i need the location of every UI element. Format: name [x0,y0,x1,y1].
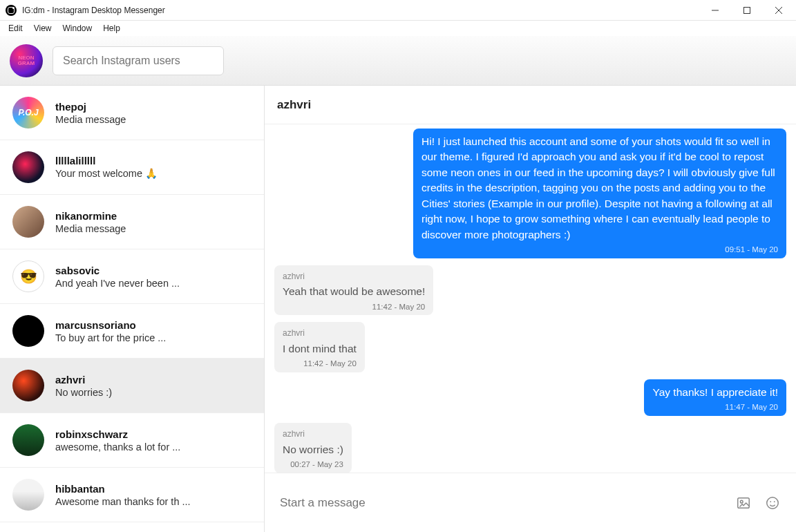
menu-view[interactable]: View [28,22,57,35]
message-text: Hi! I just launched this account and som… [421,134,778,243]
attach-image-button[interactable] [735,495,752,511]
message-text: Yeah that would be awesome! [283,284,425,299]
message-timestamp: 11:47 - May 20 [652,401,778,413]
message-bubble[interactable]: azhvriNo worries :)00:27 - May 23 [274,423,352,473]
image-icon [736,495,751,511]
conversation-name: lllllalilllll [55,155,158,167]
conversation-preview: Media message [55,223,126,234]
conversation-preview: Your most welcome 🙏 [55,168,158,180]
emoji-button[interactable] [764,495,781,511]
conversation-item[interactable]: azhvriNo worries :) [0,359,264,413]
message-text: Yay thanks! I appreciate it! [652,385,778,400]
svg-point-7 [770,501,771,502]
conversation-item[interactable]: lllllalilllllYour most welcome 🙏 [0,140,264,195]
minimize-button[interactable] [699,0,731,21]
compose-input[interactable] [280,489,723,517]
message-sender: azhvri [283,271,425,283]
message-sender: azhvri [283,327,357,339]
message-text: I dont mind that [283,341,357,357]
message-incoming: azhvriI dont mind that11:42 - May 20 [274,322,786,372]
message-bubble[interactable]: Hi! I just launched this account and som… [413,129,786,258]
message-sender: azhvri [283,428,343,440]
maximize-icon [743,7,750,14]
chat-title: azhvri [277,98,311,112]
avatar: P.O.J [12,97,44,129]
window-controls [699,0,795,21]
conversation-item[interactable]: robinxschwarzawesome, thanks a lot for .… [0,413,264,468]
svg-point-6 [767,497,779,509]
window-titlebar: IG:dm - Instagram Desktop Messenger [0,0,796,21]
message-incoming: azhvriYeah that would be awesome!11:42 -… [274,265,786,316]
message-bubble[interactable]: azhvriI dont mind that11:42 - May 20 [274,322,365,372]
minimize-icon [712,7,719,14]
message-outgoing: Yay thanks! I appreciate it!11:47 - May … [274,379,786,416]
svg-point-5 [740,500,743,503]
menu-edit[interactable]: Edit [3,22,28,35]
conversation-preview: Awesome man thanks for th ... [55,496,191,507]
conversation-name: azhvri [55,374,112,386]
menubar: Edit View Window Help [0,21,796,36]
avatar [12,315,44,347]
conversation-item[interactable]: hibbantanAwesome man thanks for th ... [0,468,264,522]
composer [265,473,796,532]
avatar: 😎 [12,260,44,292]
close-button[interactable] [763,0,795,21]
emoji-icon [765,495,780,511]
close-icon [775,7,782,14]
message-outgoing: Hi! I just launched this account and som… [274,129,786,258]
conversation-list[interactable]: P.O.JthepojMedia messagelllllalilllllYou… [0,86,265,532]
menu-window[interactable]: Window [57,22,97,35]
svg-point-8 [774,501,775,502]
conversation-name: hibbantan [55,483,191,495]
top-section: NEONGRAM [0,36,796,86]
conversation-item[interactable]: P.O.JthepojMedia message [0,86,264,140]
conversation-preview: To buy art for the price ... [55,332,166,343]
avatar [12,370,44,401]
conversation-preview: And yeah I've never been ... [55,278,180,289]
search-input[interactable] [53,46,224,75]
message-bubble[interactable]: azhvriYeah that would be awesome!11:42 -… [274,265,433,316]
conversation-name: robinxschwarz [55,428,180,440]
window-title: IG:dm - Instagram Desktop Messenger [22,6,165,15]
conversation-name: thepoj [55,101,126,113]
avatar [12,151,44,183]
conversation-preview: awesome, thanks a lot for ... [55,441,180,453]
message-bubble[interactable]: Yay thanks! I appreciate it!11:47 - May … [644,379,786,416]
message-timestamp: 11:42 - May 20 [283,358,357,370]
message-timestamp: 11:42 - May 20 [283,301,425,313]
chat-header: azhvri [265,86,796,124]
conversation-item[interactable]: 😎sabsovicAnd yeah I've never been ... [0,249,264,304]
conversation-name: nikanormine [55,210,126,222]
message-text: No worries :) [283,442,343,457]
avatar [12,424,44,456]
message-timestamp: 09:51 - May 20 [421,244,778,256]
app-icon [6,5,17,16]
conversation-name: marcusnsoriano [55,319,166,331]
conversation-preview: No worries :) [55,387,112,398]
menu-help[interactable]: Help [97,22,126,35]
avatar [12,479,44,511]
message-incoming: azhvriNo worries :)00:27 - May 23 [274,423,786,473]
svg-rect-1 [744,7,750,13]
avatar [12,206,44,238]
my-avatar[interactable]: NEONGRAM [10,44,43,77]
conversation-item[interactable]: nikanormineMedia message [0,195,264,249]
maximize-button[interactable] [731,0,763,21]
chat-scroll[interactable]: Hi! I just launched this account and som… [265,124,796,473]
conversation-item[interactable]: marcusnsorianoTo buy art for the price .… [0,304,264,359]
conversation-name: sabsovic [55,265,180,276]
chat-panel: azhvri Hi! I just launched this account … [265,86,796,532]
conversation-preview: Media message [55,114,126,125]
message-timestamp: 00:27 - May 23 [283,459,343,471]
